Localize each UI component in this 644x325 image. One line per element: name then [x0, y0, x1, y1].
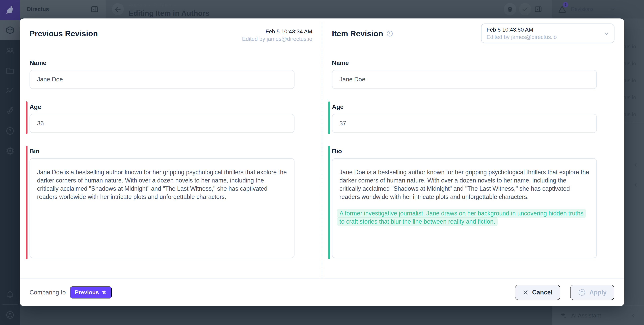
directus-app: ⚙ Directus — [0, 0, 644, 325]
rabbit-logo-icon — [5, 5, 16, 16]
version-sync-icon — [152, 2, 158, 8]
field-age-current: Age — [332, 103, 597, 133]
previous-revision-panel: Previous Revision Feb 5 10:43:34 AM Edit… — [20, 19, 322, 278]
chevron-left-icon[interactable] — [632, 161, 639, 168]
bio-textarea[interactable]: Jane Doe is a bestselling author known f… — [332, 158, 597, 258]
comparing-to-label: Comparing to — [30, 289, 66, 296]
field-label: Name — [332, 60, 597, 67]
sidebar-item-launch[interactable] — [0, 101, 20, 121]
field-label: Age — [332, 103, 597, 110]
selected-revision-timestamp: Feb 5 10:43:50 AM — [486, 26, 609, 34]
compare-target-button[interactable]: Previous — [70, 286, 112, 298]
footer-buttons: Cancel Apply — [515, 285, 614, 300]
sidebar-item-settings[interactable]: ⚙ — [0, 141, 20, 161]
age-input[interactable] — [332, 114, 597, 133]
sidebar-item-files[interactable] — [0, 61, 20, 81]
revision-compare-dialog: Previous Revision Feb 5 10:43:34 AM Edit… — [20, 19, 624, 306]
rocket-icon — [5, 106, 15, 116]
cancel-button[interactable]: Cancel — [515, 285, 560, 300]
sparkle-icon — [560, 311, 567, 319]
breadcrumb-collection[interactable]: Authors — [129, 2, 146, 8]
revision-row[interactable]: tus.io — [623, 44, 636, 50]
field-label: Bio — [30, 148, 294, 155]
module-bar: ⚙ — [0, 0, 20, 325]
name-input[interactable] — [30, 70, 294, 89]
help-icon — [5, 126, 15, 136]
name-input[interactable] — [332, 70, 597, 89]
back-button[interactable] — [112, 3, 124, 15]
swap-horizontal-icon — [101, 289, 107, 295]
sidebar-item-users[interactable] — [0, 40, 20, 61]
drawer-title: Revisions — [571, 6, 593, 12]
field-label: Age — [30, 103, 294, 110]
previous-revision-timestamp: Feb 5 10:43:34 AM — [242, 28, 312, 35]
field-name-previous: Name — [30, 60, 294, 89]
revision-row[interactable]: tus.io — [623, 94, 636, 101]
previous-revision-header: Previous Revision Feb 5 10:43:34 AM Edit… — [30, 27, 312, 49]
previous-revision-meta: Feb 5 10:43:34 AM Edited by james@direct… — [242, 28, 312, 43]
arrow-left-icon — [114, 6, 122, 13]
field-name-current: Name — [332, 60, 597, 89]
breadcrumb-bullet: • — [148, 2, 150, 8]
bio-text: Jane Doe is a bestselling author known f… — [37, 168, 287, 201]
apply-upload-icon — [578, 288, 586, 296]
bio-added-text: A former investigative journalist, Jane … — [337, 209, 586, 226]
folder-icon — [5, 66, 15, 75]
field-bio-current: Bio Jane Doe is a bestselling author kno… — [332, 148, 597, 258]
notifications-button[interactable] — [0, 284, 20, 304]
chevron-down-icon[interactable] — [609, 6, 616, 13]
ai-assistant-row[interactable]: AI Assistant — [552, 305, 644, 325]
module-bar-bottom — [0, 284, 20, 325]
project-name: Directus — [27, 6, 49, 13]
revision-row[interactable]: tus.io — [623, 77, 636, 84]
revision-panels: Previous Revision Feb 5 10:43:34 AM Edit… — [20, 19, 624, 278]
ai-assistant-label: AI Assistant — [571, 312, 601, 319]
revision-row[interactable]: tus.io — [623, 61, 636, 67]
revisions-count-badge: 6 — [563, 2, 568, 7]
field-label: Name — [30, 60, 294, 67]
header-titles: Authors • Main Editing Item in Authors — [129, 2, 210, 18]
previous-revision-edited-by: Edited by james@directus.io — [242, 35, 312, 43]
revisions-drawer-header[interactable]: 6 Revisions — [552, 0, 644, 19]
delete-item-button[interactable] — [504, 3, 516, 16]
caret-down-icon — [174, 3, 178, 8]
sidebar-item-help[interactable] — [0, 121, 20, 141]
trash-icon — [506, 6, 514, 13]
collapse-sidebar-icon[interactable] — [90, 5, 99, 14]
open-sidebar-panel-icon[interactable] — [534, 5, 542, 14]
revision-selector[interactable]: Feb 5 10:43:50 AM Edited by james@direct… — [481, 24, 614, 43]
directus-logo[interactable] — [0, 0, 20, 20]
field-label: Bio — [332, 148, 597, 155]
bio-text: Jane Doe is a bestselling author known f… — [340, 168, 589, 201]
dialog-footer: Comparing to Previous Cancel — [20, 278, 624, 306]
chevron-left-icon[interactable] — [632, 182, 639, 188]
header-actions — [504, 0, 552, 19]
box-icon — [5, 26, 15, 35]
item-revision-title: Item Revision — [332, 29, 383, 38]
bell-icon — [5, 289, 15, 299]
chevron-left-icon[interactable] — [630, 312, 636, 319]
page-title: Editing Item in Authors — [129, 9, 210, 18]
close-icon — [523, 289, 529, 295]
age-input[interactable] — [30, 114, 294, 133]
item-revision-panel: Item Revision Feb 5 10:43:50 AM Edited b… — [322, 19, 624, 278]
sidebar-item-insights[interactable] — [0, 81, 20, 101]
apply-button[interactable]: Apply — [570, 285, 614, 300]
bio-textarea[interactable]: Jane Doe is a bestselling author known f… — [30, 158, 294, 258]
gear-icon: ⚙ — [5, 146, 15, 156]
field-bio-previous: Bio Jane Doe is a bestselling author kno… — [30, 148, 294, 258]
users-icon — [5, 46, 15, 55]
breadcrumb[interactable]: Authors • Main — [129, 2, 210, 9]
apply-label: Apply — [589, 289, 606, 296]
info-icon[interactable] — [386, 30, 393, 37]
save-item-button[interactable] — [519, 3, 531, 16]
selected-revision-edited-by: Edited by james@directus.io — [486, 34, 609, 41]
project-title-bar: Directus — [20, 0, 106, 19]
sidebar-item-content[interactable] — [0, 20, 20, 40]
user-avatar[interactable] — [0, 305, 20, 325]
breadcrumb-version[interactable]: Main — [160, 2, 172, 8]
compare-target-label: Previous — [75, 289, 99, 296]
revision-row[interactable]: tus.io — [623, 111, 636, 118]
check-icon — [522, 6, 529, 13]
revisions-icon-wrap: 6 — [557, 4, 567, 14]
